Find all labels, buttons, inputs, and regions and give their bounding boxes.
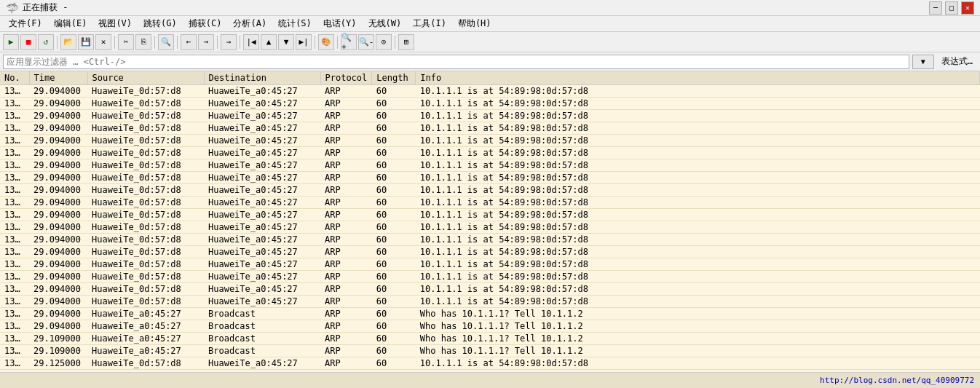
table-row[interactable]: 13…29.109000HuaweiTe_a0:45:27BroadcastAR… (0, 345, 980, 357)
table-cell: HuaweiTe_0d:57:d8 (87, 296, 204, 308)
table-row[interactable]: 13…29.094000HuaweiTe_0d:57:d8HuaweiTe_a0… (0, 159, 980, 172)
start-capture-button[interactable]: ▶ (3, 34, 19, 50)
table-cell: 13… (0, 85, 29, 98)
resize-columns-button[interactable]: ⊞ (398, 34, 414, 50)
table-row[interactable]: 13…29.094000HuaweiTe_a0:45:27BroadcastAR… (0, 308, 980, 320)
table-cell: 10.1.1.1 is at 54:89:98:0d:57:d8 (416, 283, 980, 296)
sep9 (395, 36, 395, 49)
table-cell: Who has 10.1.1.1? Tell 10.1.1.2 (416, 308, 980, 320)
table-cell: 60 (372, 147, 416, 159)
table-cell: 13… (0, 357, 29, 370)
table-cell: 13… (0, 320, 29, 333)
table-cell: HuaweiTe_a0:45:27 (204, 296, 320, 308)
goto-button[interactable]: ⇒ (221, 34, 237, 50)
close-button[interactable]: ✕ (961, 1, 974, 15)
table-row[interactable]: 13…29.094000HuaweiTe_0d:57:d8HuaweiTe_a0… (0, 296, 980, 308)
back-button[interactable]: ← (181, 34, 197, 50)
table-row[interactable]: 13…29.125000HuaweiTe_0d:57:d8HuaweiTe_a0… (0, 357, 980, 370)
table-cell: HuaweiTe_a0:45:27 (87, 308, 204, 320)
menu-go[interactable]: 跳转(G) (138, 16, 183, 31)
menu-analyze[interactable]: 分析(A) (227, 16, 272, 31)
table-cell: 13… (0, 147, 29, 159)
maximize-button[interactable]: □ (945, 1, 958, 15)
filter-input[interactable] (3, 55, 909, 69)
table-row[interactable]: 13…29.094000HuaweiTe_0d:57:d8HuaweiTe_a0… (0, 197, 980, 209)
print-button[interactable]: ⎘ (135, 34, 151, 50)
table-cell: ARP (320, 110, 372, 122)
table-row[interactable]: 13…29.094000HuaweiTe_0d:57:d8HuaweiTe_a0… (0, 283, 980, 296)
menu-capture[interactable]: 捕获(C) (183, 16, 228, 31)
table-row[interactable]: 13…29.094000HuaweiTe_0d:57:d8HuaweiTe_a0… (0, 184, 980, 197)
prev-packet-button[interactable]: ▲ (261, 34, 277, 50)
table-row[interactable]: 13…29.094000HuaweiTe_0d:57:d8HuaweiTe_a0… (0, 258, 980, 271)
table-row[interactable]: 13…29.094000HuaweiTe_a0:45:27BroadcastAR… (0, 320, 980, 333)
table-cell: 60 (372, 234, 416, 246)
table-cell: HuaweiTe_0d:57:d8 (87, 197, 204, 209)
close-file-button[interactable]: ✕ (95, 34, 111, 50)
stop-capture-button[interactable]: ■ (20, 34, 36, 50)
table-row[interactable]: 13…29.094000HuaweiTe_0d:57:d8HuaweiTe_a0… (0, 122, 980, 135)
table-row[interactable]: 13…29.094000HuaweiTe_0d:57:d8HuaweiTe_a0… (0, 221, 980, 234)
table-cell: ARP (320, 333, 372, 345)
menu-telephony[interactable]: 电话(Y) (317, 16, 363, 31)
sep4 (177, 36, 178, 49)
title-bar-left: 🦈 正在捕获 - (6, 1, 68, 14)
table-cell: 29.094000 (29, 135, 87, 147)
find-button[interactable]: 🔍 (158, 34, 174, 50)
last-packet-button[interactable]: ▶| (296, 34, 312, 50)
table-row[interactable]: 13…29.094000HuaweiTe_0d:57:d8HuaweiTe_a0… (0, 209, 980, 221)
table-cell: HuaweiTe_0d:57:d8 (87, 184, 204, 197)
menu-tools[interactable]: 工具(I) (407, 16, 452, 31)
table-cell: ARP (320, 209, 372, 221)
filter-dropdown-button[interactable]: ▼ (912, 55, 934, 69)
table-row[interactable]: 13…29.094000HuaweiTe_0d:57:d8HuaweiTe_a0… (0, 246, 980, 258)
open-button[interactable]: 📂 (60, 34, 76, 50)
filter-expression-button[interactable]: 表达式… (937, 55, 977, 68)
reload-button[interactable]: ✂ (118, 34, 134, 50)
table-cell: 10.1.1.1 is at 54:89:98:0d:57:d8 (416, 271, 980, 283)
zoom-out-button[interactable]: 🔍- (358, 34, 374, 50)
table-cell: HuaweiTe_0d:57:d8 (87, 147, 204, 159)
table-row[interactable]: 13…29.109000HuaweiTe_a0:45:27BroadcastAR… (0, 333, 980, 345)
restart-button[interactable]: ↺ (38, 34, 54, 50)
table-row[interactable]: 13…29.094000HuaweiTe_0d:57:d8HuaweiTe_a0… (0, 98, 980, 110)
next-packet-button[interactable]: ▼ (278, 34, 294, 50)
table-cell: 13… (0, 209, 29, 221)
zoom-reset-button[interactable]: ⊙ (376, 34, 392, 50)
table-cell: 29.094000 (29, 296, 87, 308)
table-cell: 60 (372, 320, 416, 333)
table-cell: 60 (372, 258, 416, 271)
menu-help[interactable]: 帮助(H) (452, 16, 497, 31)
table-row[interactable]: 13…29.094000HuaweiTe_0d:57:d8HuaweiTe_a0… (0, 85, 980, 98)
table-cell: HuaweiTe_0d:57:d8 (87, 234, 204, 246)
menu-file[interactable]: 文件(F) (3, 16, 48, 31)
first-packet-button[interactable]: |◀ (243, 34, 259, 50)
save-button[interactable]: 💾 (78, 34, 94, 50)
table-row[interactable]: 13…29.094000HuaweiTe_0d:57:d8HuaweiTe_a0… (0, 110, 980, 122)
menu-stats[interactable]: 统计(S) (272, 16, 317, 31)
menu-view[interactable]: 视图(V) (92, 16, 138, 31)
forward-button[interactable]: → (198, 34, 214, 50)
table-row[interactable]: 13…29.094000HuaweiTe_0d:57:d8HuaweiTe_a0… (0, 147, 980, 159)
table-cell: ARP (320, 221, 372, 234)
table-cell: HuaweiTe_a0:45:27 (204, 135, 320, 147)
colorize-button[interactable]: 🎨 (318, 34, 334, 50)
table-cell: HuaweiTe_0d:57:d8 (87, 258, 204, 271)
menu-wireless[interactable]: 无线(W) (363, 16, 408, 31)
table-cell: 29.109000 (29, 333, 87, 345)
table-cell: 13… (0, 258, 29, 271)
table-cell: 10.1.1.1 is at 54:89:98:0d:57:d8 (416, 246, 980, 258)
col-source: Source (87, 71, 204, 85)
zoom-in-button[interactable]: 🔍+ (341, 34, 357, 50)
table-cell: HuaweiTe_a0:45:27 (204, 271, 320, 283)
table-row[interactable]: 13…29.094000HuaweiTe_0d:57:d8HuaweiTe_a0… (0, 135, 980, 147)
table-row[interactable]: 13…29.094000HuaweiTe_0d:57:d8HuaweiTe_a0… (0, 271, 980, 283)
table-row[interactable]: 13…29.094000HuaweiTe_0d:57:d8HuaweiTe_a0… (0, 234, 980, 246)
table-row[interactable]: 13…29.094000HuaweiTe_0d:57:d8HuaweiTe_a0… (0, 172, 980, 184)
title-bar-title: 正在捕获 - (23, 1, 68, 14)
packet-list[interactable]: No. Time Source Destination Protocol Len… (0, 71, 980, 372)
table-cell: 60 (372, 283, 416, 296)
table-cell: 13… (0, 333, 29, 345)
menu-edit[interactable]: 编辑(E) (48, 16, 93, 31)
minimize-button[interactable]: ─ (929, 1, 942, 15)
